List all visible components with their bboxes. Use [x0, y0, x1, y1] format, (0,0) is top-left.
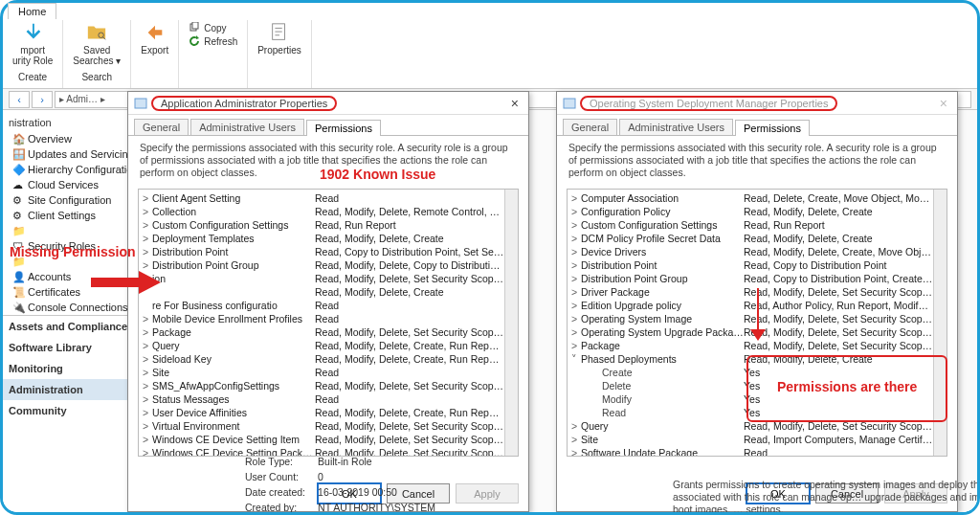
svg-rect-2 — [192, 22, 198, 29]
permission-row[interactable]: >Mobile Device Enrollment ProfilesRead — [139, 312, 504, 325]
chevron-icon[interactable]: > — [139, 232, 152, 245]
ribbon-refresh[interactable]: Refresh — [189, 35, 237, 47]
svg-rect-4 — [135, 99, 146, 108]
chevron-icon[interactable] — [568, 406, 581, 419]
permission-row[interactable]: >PackageRead, Modify, Delete, Set Securi… — [139, 325, 504, 339]
chevron-icon[interactable] — [139, 285, 152, 299]
tab-admin-users[interactable]: Administrative Users — [619, 119, 733, 135]
permission-row[interactable]: >CollectionRead, Modify, Delete, Remote … — [139, 205, 504, 218]
chevron-icon[interactable]: > — [568, 232, 581, 245]
dialog-title-left: Application Administrator Properties — [151, 96, 337, 111]
chevron-icon[interactable]: > — [568, 191, 581, 205]
permission-row[interactable]: >DCM Policy Profile Secret DataRead, Mod… — [568, 232, 933, 245]
role-details-right: Grants permissions to create operating s… — [673, 479, 980, 515]
permission-row[interactable]: >SMS_AfwAppConfigSettingsRead, Modify, D… — [139, 379, 504, 392]
permission-row[interactable]: >Virtual EnvironmentRead, Modify, Delete… — [139, 419, 504, 433]
permission-row[interactable]: >Computer AssociationRead, Delete, Creat… — [568, 191, 933, 205]
chevron-icon[interactable]: > — [568, 446, 581, 457]
chevron-icon[interactable]: > — [568, 258, 581, 272]
chevron-icon[interactable]: > — [139, 191, 152, 205]
chevron-icon[interactable]: > — [568, 312, 581, 325]
dialog-app-admin: Application Administrator Properties × G… — [127, 91, 529, 512]
permission-row[interactable]: >Sideload KeyRead, Modify, Delete, Creat… — [139, 352, 504, 366]
permission-row[interactable]: >Configuration PolicyRead, Modify, Delet… — [568, 205, 933, 218]
chevron-icon[interactable]: > — [139, 433, 152, 446]
permission-row[interactable]: Read, Modify, Delete, Create — [139, 285, 504, 299]
permission-row[interactable]: >QueryRead, Modify, Delete, Create, Run … — [139, 339, 504, 352]
chevron-icon[interactable]: > — [139, 379, 152, 392]
chevron-icon[interactable]: > — [139, 205, 152, 218]
chevron-icon[interactable]: > — [568, 299, 581, 312]
tab-permissions[interactable]: Permissions — [735, 120, 810, 136]
chevron-icon[interactable]: > — [139, 339, 152, 352]
chevron-icon[interactable]: > — [568, 245, 581, 258]
ribbon-properties[interactable]: Properties — [248, 20, 312, 88]
permission-row[interactable]: >Operating System Upgrade PackageRead, M… — [568, 325, 933, 339]
permission-row[interactable]: >Deployment TemplatesRead, Modify, Delet… — [139, 232, 504, 245]
permission-row[interactable]: >Distribution PointRead, Copy to Distrib… — [568, 258, 933, 272]
permission-row[interactable]: >Operating System ImageRead, Modify, Del… — [568, 312, 933, 325]
permission-row[interactable]: >Custom Configuration SettingsRead, Run … — [139, 218, 504, 232]
permission-row[interactable]: >Software Update PackageRead — [568, 446, 933, 457]
chevron-icon[interactable]: > — [568, 285, 581, 299]
permission-row[interactable]: >Client Agent SettingRead — [139, 191, 504, 205]
close-icon[interactable]: × — [936, 96, 951, 111]
permission-row[interactable]: >User Device AffinitiesRead, Modify, Del… — [139, 406, 504, 419]
chevron-icon[interactable]: > — [139, 245, 152, 258]
ribbon-export[interactable]: Export — [131, 20, 179, 88]
permission-row[interactable]: >Custom Configuration SettingsRead, Run … — [568, 218, 933, 232]
ribbon-saved-searches[interactable]: SavedSearches ▾ Search — [63, 20, 131, 88]
tab-admin-users[interactable]: Administrative Users — [190, 119, 304, 135]
permission-row[interactable]: >Device DriversRead, Modify, Delete, Cre… — [568, 245, 933, 258]
tab-general[interactable]: General — [134, 119, 189, 135]
permission-row[interactable]: >Windows CE Device Setting ItemRead, Mod… — [139, 433, 504, 446]
permission-row[interactable]: >SiteRead, Import Computers, Manage Cert… — [568, 433, 933, 446]
chevron-icon[interactable]: > — [568, 272, 581, 285]
chevron-icon[interactable]: > — [568, 419, 581, 433]
permission-row[interactable]: >Distribution Point GroupRead, Modify, D… — [139, 258, 504, 272]
permission-row[interactable]: >SiteRead — [139, 366, 504, 379]
chevron-icon[interactable]: > — [139, 312, 152, 325]
permissions-desc: Specify the permissions associated with … — [128, 136, 528, 185]
chevron-icon[interactable] — [139, 299, 152, 312]
close-icon[interactable]: × — [507, 96, 523, 111]
chevron-icon[interactable]: > — [139, 258, 152, 272]
permission-row[interactable]: >PackageRead, Modify, Delete, Set Securi… — [568, 339, 933, 352]
chevron-icon[interactable]: > — [139, 406, 152, 419]
chevron-icon[interactable]: > — [568, 339, 581, 352]
nav-fwd[interactable]: › — [32, 91, 53, 108]
chevron-icon[interactable]: > — [139, 352, 152, 366]
chevron-icon[interactable] — [568, 379, 581, 392]
permission-row[interactable]: re For Business configuratioRead — [139, 299, 504, 312]
chevron-icon[interactable]: > — [139, 419, 152, 433]
ribbon-copy[interactable]: Copy — [189, 22, 226, 34]
ribbon-import[interactable]: mporturity Role Create — [3, 20, 63, 88]
chevron-icon[interactable]: > — [139, 392, 152, 406]
chevron-icon[interactable]: > — [139, 272, 152, 285]
chevron-icon[interactable]: > — [568, 218, 581, 232]
permission-row[interactable]: >Distribution PointRead, Copy to Distrib… — [139, 245, 504, 258]
folder-icon: 🔌 — [12, 302, 24, 313]
chevron-icon[interactable]: > — [568, 205, 581, 218]
tab-general[interactable]: General — [563, 119, 617, 135]
ribbon-tab-home[interactable]: Home — [8, 3, 56, 19]
chevron-icon[interactable]: ˅ — [568, 352, 581, 366]
scrollbar[interactable] — [504, 190, 518, 456]
tab-permissions[interactable]: Permissions — [306, 120, 381, 136]
chevron-icon[interactable] — [568, 366, 581, 379]
export-icon — [145, 22, 166, 43]
chevron-icon[interactable]: > — [139, 366, 152, 379]
permission-row[interactable]: >ionRead, Modify, Delete, Set Security S… — [139, 272, 504, 285]
chevron-icon[interactable]: > — [139, 218, 152, 232]
permission-row[interactable]: >Status MessagesRead — [139, 392, 504, 406]
folder-icon: ☁ — [12, 179, 24, 190]
permission-row[interactable]: >Distribution Point GroupRead, Copy to D… — [568, 272, 933, 285]
chevron-icon[interactable]: > — [139, 325, 152, 339]
chevron-icon[interactable]: > — [568, 433, 581, 446]
chevron-icon[interactable] — [568, 392, 581, 406]
chevron-icon[interactable]: > — [139, 446, 152, 457]
permission-row[interactable]: >Edition Upgrade policyRead, Author Poli… — [568, 299, 933, 312]
permission-row[interactable]: >Driver PackageRead, Modify, Delete, Set… — [568, 285, 933, 299]
chevron-icon[interactable]: > — [568, 325, 581, 339]
nav-back[interactable]: ‹ — [9, 91, 30, 108]
